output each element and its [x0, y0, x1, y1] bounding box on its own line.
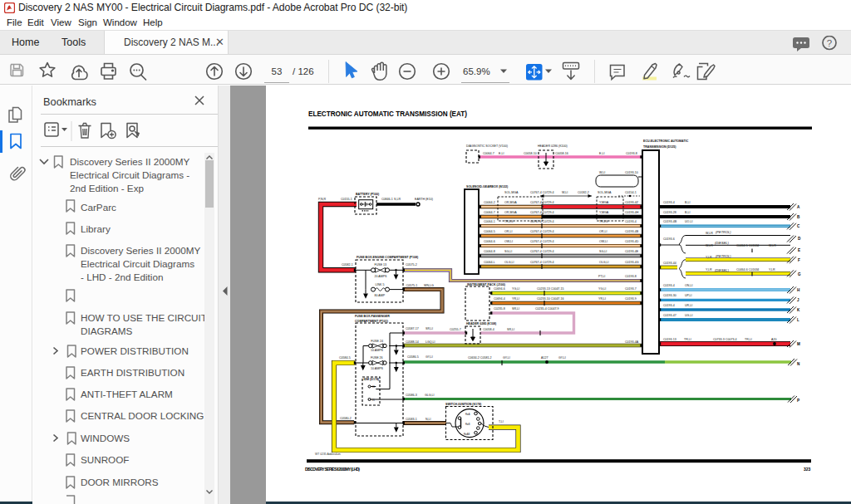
svg-text:C0767-4 C0729-4: C0767-4 C0729-4	[530, 220, 554, 223]
svg-text:C0233-10 C0047-16: C0233-10 C0047-16	[537, 297, 564, 301]
svg-text:C0064-5: C0064-5	[484, 230, 495, 233]
svg-text:OW,LI: OW,LI	[504, 240, 513, 243]
svg-text:C0235-8: C0235-8	[494, 307, 505, 311]
svg-text:C0586-3: C0586-3	[406, 394, 417, 397]
svg-text:53: 53	[272, 66, 283, 76]
svg-text:C0464-5 C01634: C0464-5 C01634	[736, 244, 759, 247]
svg-text:E: E	[798, 248, 800, 252]
svg-text:FUSE 13: FUSE 13	[375, 263, 387, 267]
svg-text:SOL,MGA: SOL,MGA	[504, 191, 519, 194]
svg-text:OLG,LI: OLG,LI	[504, 261, 514, 264]
svg-text:F: F	[798, 258, 800, 262]
svg-text:DIAGNOSTIC SOCKET (V100): DIAGNOSTIC SOCKET (V100)	[466, 144, 508, 148]
svg-text:C0064-2: C0064-2	[484, 201, 495, 204]
svg-text:C0193-9: C0193-9	[625, 297, 637, 301]
svg-text:GLG,LI: GLG,LI	[425, 394, 435, 397]
svg-text:T,LI: T,LI	[499, 420, 504, 423]
svg-text:B,LI: B,LI	[685, 201, 690, 204]
svg-text:C0235-4 C0047-9: C0235-4 C0047-9	[535, 307, 559, 311]
svg-text:IDM (D178): IDM (D178)	[364, 378, 380, 381]
svg-text:C0582-1: C0582-1	[342, 263, 353, 267]
svg-text:OR,MGA: OR,MGA	[504, 201, 517, 204]
svg-text:C0193-30: C0193-30	[663, 294, 676, 297]
svg-text:C0058-16: C0058-16	[555, 152, 568, 155]
svg-text:SOL,MGA: SOL,MGA	[598, 191, 612, 194]
svg-text:C0767-4 C0729-4: C0767-4 C0729-4	[530, 201, 554, 204]
svg-text:C0193-4: C0193-4	[663, 284, 675, 287]
svg-text:E,LI: E,LI	[499, 152, 504, 155]
svg-text:P: P	[797, 399, 799, 403]
svg-text:Y,LR: Y,LR	[706, 256, 712, 259]
svg-text:SG,LI: SG,LI	[599, 250, 607, 253]
svg-text:C0193-8: C0193-8	[626, 152, 637, 155]
svg-text:HEADER 0285 (K108): HEADER 0285 (K108)	[466, 322, 497, 325]
svg-text:(DIESEL): (DIESEL)	[715, 268, 730, 272]
svg-text:E,LI: E,LI	[599, 152, 604, 155]
svg-text:UO,LI: UO,LI	[685, 220, 692, 223]
svg-text:?: ?	[827, 38, 832, 48]
svg-text:C0694-6: C0694-6	[494, 287, 505, 291]
svg-text:SR,LI: SR,LI	[426, 327, 433, 330]
svg-text:RwB: RwB	[465, 423, 470, 426]
svg-text:C0193-4E: C0193-4E	[625, 250, 639, 253]
svg-text:TR,LI: TR,LI	[684, 338, 691, 341]
svg-text:C0767-4 C0729-4: C0767-4 C0729-4	[530, 240, 554, 243]
svg-text:C0193-4H: C0193-4H	[625, 211, 639, 214]
svg-text:C0064-7: C0064-7	[484, 211, 495, 214]
svg-text:B,LI: B,LI	[685, 211, 690, 214]
svg-text:TR,LI: TR,LI	[745, 338, 752, 341]
svg-text:C0575-2: C0575-2	[406, 263, 417, 267]
svg-text:C0193-13: C0193-13	[663, 338, 676, 341]
svg-text:C0064-8: C0064-8	[484, 250, 495, 253]
svg-text:SR,LI: SR,LI	[507, 328, 514, 331]
svg-text:C0193-4G: C0193-4G	[625, 261, 639, 264]
svg-text:W,LR: W,LR	[706, 232, 713, 235]
svg-text:ECU-ELECTRONIC AUTOMATIC: ECU-ELECTRONIC AUTOMATIC	[643, 139, 689, 143]
svg-text:Y,LR: Y,LR	[769, 268, 775, 272]
svg-text:C0193-4A: C0193-4A	[625, 340, 639, 344]
svg-text:C0767-4 C0729-4: C0767-4 C0729-4	[530, 211, 554, 214]
svg-text:C0634-2 C0581-2: C0634-2 C0581-2	[468, 356, 492, 360]
svg-text:C0193-4: C0193-4	[663, 304, 675, 307]
svg-text:C0155-1: C0155-1	[341, 198, 352, 201]
svg-text:10 AMPS: 10 AMPS	[371, 367, 384, 370]
svg-text:C0064-7: C0064-7	[483, 152, 494, 155]
svg-text:GY,LI: GY,LI	[503, 356, 510, 360]
svg-text:W,LR: W,LR	[769, 244, 776, 247]
svg-text:C0193-10: C0193-10	[625, 171, 638, 174]
svg-text:LINK 5: LINK 5	[376, 283, 385, 286]
svg-text:W,LI: W,LI	[562, 191, 568, 194]
svg-text:WN,LG: WN,LG	[424, 284, 434, 287]
svg-text:SWITCH-IGNITION (S178): SWITCH-IGNITION (S178)	[445, 403, 482, 406]
svg-text:L: L	[797, 318, 799, 322]
svg-text:FUSE 24: FUSE 24	[371, 340, 383, 343]
svg-text:C0233-13 C0047-15: C0233-13 C0047-15	[537, 287, 564, 291]
svg-text:C0464-6 C01634: C0464-6 C01634	[736, 268, 759, 272]
svg-text:C0580-2: C0580-2	[340, 417, 352, 420]
svg-text:C0193-7: C0193-7	[625, 287, 637, 291]
svg-text:C0064-6: C0064-6	[484, 240, 495, 243]
svg-text:YG,LI: YG,LI	[598, 287, 606, 291]
svg-text:C0767-4 C0729-4: C0767-4 C0729-4	[530, 230, 554, 233]
svg-text:ON,LI: ON,LI	[685, 284, 692, 287]
svg-text:Y,MGA: Y,MGA	[599, 211, 609, 214]
svg-text:COMPARTMENT (P101): COMPARTMENT (P101)	[355, 320, 389, 323]
svg-text:C0575-1: C0575-1	[406, 284, 418, 287]
svg-text:UR,LI: UR,LI	[685, 304, 692, 307]
svg-text:C0193-4: C0193-4	[625, 220, 637, 223]
svg-text:C0588-14: C0588-14	[406, 340, 419, 344]
svg-text:C0193-4B: C0193-4B	[625, 230, 639, 233]
svg-text:TRANSMISSION (D125): TRANSMISSION (D125)	[643, 145, 676, 149]
svg-text:TR,LG: TR,LG	[504, 220, 514, 223]
svg-text:Y,MGA: Y,MGA	[599, 201, 609, 204]
svg-text:C0064-1: C0064-1	[484, 220, 495, 223]
svg-text:FUSE BOX-ENGINE COMPARTMENT (P: FUSE BOX-ENGINE COMPARTMENT (P108)	[357, 256, 419, 259]
svg-text:SG,LI: SG,LI	[504, 250, 512, 253]
svg-text:OW,LI: OW,LI	[599, 240, 608, 243]
svg-text:YR,LI: YR,LI	[512, 297, 519, 301]
svg-text:(DIESEL): (DIESEL)	[715, 241, 730, 245]
svg-text:10 AMPS: 10 AMPS	[371, 349, 384, 352]
svg-text:SOLENOID-GEARBOX (N122): SOLENOID-GEARBOX (N122)	[466, 185, 509, 188]
svg-text:EARTH (E10): EARTH (E10)	[415, 198, 433, 201]
svg-text:C0154-1: C0154-1	[625, 191, 637, 194]
